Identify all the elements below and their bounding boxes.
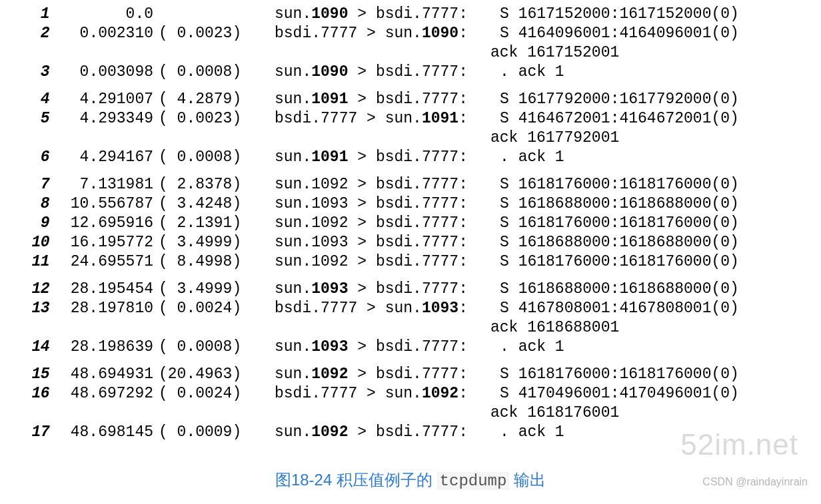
direction-arrow: >: [348, 176, 375, 193]
packet-info: S 4170496001:4170496001(0): [494, 385, 808, 402]
src-port: 1090: [311, 5, 348, 23]
seq-info: 4164096001:4164096001(0): [518, 25, 739, 42]
tcp-flag: S: [500, 253, 509, 270]
packet-flow: sun.1092 > bsdi.7777:: [257, 366, 494, 383]
packet-row: 77.131981( 2.8378)sun.1092 > bsdi.7777:S…: [24, 176, 808, 195]
packet-index: 1: [24, 5, 53, 23]
packet-index: 9: [24, 214, 53, 232]
packet-index: 12: [24, 280, 53, 298]
dst-port: 7777: [422, 423, 458, 441]
delta-time: ( 8.4998): [153, 253, 257, 270]
src-port: 1091: [311, 91, 348, 108]
ack-info: ack 1618688001: [485, 319, 619, 336]
packet-flow: sun.1093 > bsdi.7777:: [257, 338, 494, 356]
packet-row: 1124.695571( 8.4998)sun.1092 > bsdi.7777…: [24, 253, 808, 272]
src-host: sun: [275, 423, 302, 441]
packet-row: 64.294167( 0.0008)sun.1091 > bsdi.7777:.…: [24, 148, 808, 168]
watermark-site: 52im.net: [680, 428, 798, 461]
dst-port: 7777: [422, 148, 458, 166]
dst-port: 7777: [422, 280, 458, 298]
dot-separator: .: [302, 148, 311, 166]
direction-arrow: >: [348, 338, 375, 356]
dst-port: 7777: [422, 234, 458, 251]
packet-row: 1548.694931(20.4963)sun.1092 > bsdi.7777…: [24, 366, 808, 385]
group-gap: [24, 272, 808, 280]
tcp-flag: S: [500, 195, 509, 212]
dst-host: bsdi: [376, 5, 412, 23]
packet-index: 11: [24, 253, 53, 270]
packet-index: 14: [24, 338, 53, 356]
tcp-flag: S: [500, 366, 509, 383]
flow-colon: :: [458, 195, 468, 212]
delta-time: ( 0.0008): [153, 338, 257, 356]
seq-info: 1618176000:1618176000(0): [518, 366, 739, 383]
packet-row: 30.003098( 0.0008)sun.1090 > bsdi.7777:.…: [24, 63, 808, 83]
packet-info: S 1618176000:1618176000(0): [494, 253, 808, 270]
direction-arrow: >: [357, 25, 385, 42]
delta-time: ( 0.0024): [153, 385, 257, 402]
ack-info: ack 1617792001: [485, 129, 619, 146]
dot-separator: .: [302, 234, 311, 251]
dst-port: 7777: [422, 253, 458, 270]
seq-info: 4164672001:4164672001(0): [518, 110, 739, 127]
direction-arrow: >: [348, 280, 375, 298]
dot-separator: .: [302, 253, 311, 270]
tcp-flag: S: [500, 110, 509, 127]
seq-info: 1618176000:1618176000(0): [518, 176, 739, 193]
dot-separator: .: [412, 234, 422, 251]
dst-host: bsdi: [376, 63, 412, 81]
direction-arrow: >: [348, 195, 375, 212]
dst-host: bsdi: [376, 280, 412, 298]
packet-info: S 1618688000:1618688000(0): [494, 280, 808, 298]
packet-index: 4: [24, 91, 53, 108]
dot-separator: .: [302, 176, 311, 193]
src-host: sun: [275, 253, 302, 270]
packet-info: S 1617152000:1617152000(0): [494, 5, 808, 23]
tcp-flag: S: [500, 280, 509, 298]
seq-info: ack 1: [518, 338, 564, 356]
timestamp: 4.291007: [53, 91, 153, 108]
dot-separator: .: [302, 195, 311, 212]
packet-flow: sun.1090 > bsdi.7777:: [257, 63, 494, 81]
src-port: 1092: [311, 214, 348, 232]
packet-row: 1328.197810( 0.0024)bsdi.7777 > sun.1093…: [24, 300, 808, 319]
packet-index: 17: [24, 423, 53, 441]
dot-separator: .: [412, 91, 422, 108]
dot-separator: .: [412, 253, 422, 270]
dot-separator: .: [311, 25, 321, 42]
dst-port: 1090: [422, 25, 458, 42]
packet-index: 2: [24, 25, 53, 42]
seq-info: 1618176000:1618176000(0): [518, 253, 739, 270]
dst-host: sun: [385, 300, 412, 317]
dot-separator: .: [412, 148, 422, 166]
packet-index: 5: [24, 110, 53, 127]
seq-info: ack 1: [518, 423, 564, 441]
timestamp: 28.195454: [53, 280, 153, 298]
ack-info: ack 1618176001: [485, 404, 619, 421]
flow-colon: :: [458, 253, 468, 270]
dst-port: 1092: [422, 385, 458, 402]
packet-index: 6: [24, 148, 53, 166]
flow-colon: :: [458, 5, 468, 23]
seq-info: 1618688000:1618688000(0): [518, 234, 739, 251]
timestamp: 0.0: [53, 5, 153, 23]
dot-separator: .: [412, 195, 422, 212]
flow-colon: :: [458, 91, 468, 108]
seq-info: 1618688000:1618688000(0): [518, 280, 739, 298]
packet-index: 3: [24, 63, 53, 81]
packet-info: S 4167808001:4167808001(0): [494, 300, 808, 317]
packet-info: S 4164672001:4164672001(0): [494, 110, 808, 127]
dot-separator: .: [302, 63, 311, 81]
direction-arrow: >: [357, 300, 385, 317]
src-host: sun: [275, 366, 302, 383]
seq-info: 1617792000:1617792000(0): [518, 91, 739, 108]
tcp-flag: .: [500, 423, 509, 441]
packet-info: . ack 1: [494, 63, 808, 81]
delta-time: ( 0.0023): [153, 110, 257, 127]
flow-colon: :: [458, 280, 468, 298]
dst-port: 7777: [422, 195, 458, 212]
dot-separator: .: [302, 280, 311, 298]
packet-flow: bsdi.7777 > sun.1092:: [257, 385, 494, 402]
flow-colon: :: [458, 148, 468, 166]
src-port: 1093: [311, 195, 348, 212]
